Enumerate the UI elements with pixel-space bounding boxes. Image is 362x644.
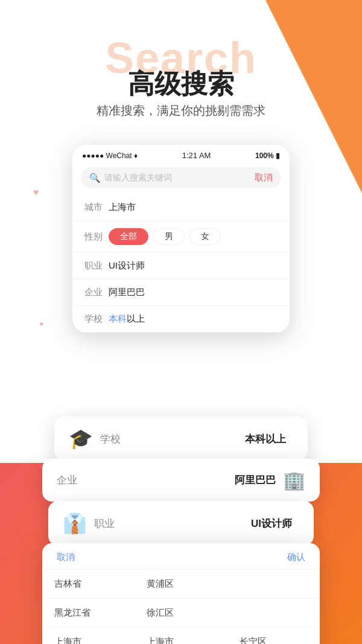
filter-school-label: 学校 bbox=[84, 313, 109, 325]
bottom-panel-cancel[interactable]: 取消 bbox=[57, 552, 75, 563]
list-item[interactable] bbox=[227, 570, 320, 599]
search-cancel-button[interactable]: 取消 bbox=[255, 172, 273, 183]
float-company-label: 企业 bbox=[57, 473, 77, 487]
status-left: ●●●●● WeChat ♦ bbox=[82, 151, 138, 160]
filter-city-label: 城市 bbox=[84, 202, 109, 213]
school-icon: 🎓 bbox=[69, 427, 93, 450]
phone-mockup: ●●●●● WeChat ♦ 1:21 AM 100% ▮ 🔍 请输入搜索关键词… bbox=[72, 145, 290, 333]
float-card-job[interactable]: 👔 职业 UI设计师 bbox=[48, 501, 314, 546]
gender-buttons[interactable]: 全部 男 女 bbox=[109, 228, 221, 245]
status-time: 1:21 AM bbox=[182, 151, 211, 160]
bottom-panel-confirm[interactable]: 确认 bbox=[287, 552, 305, 563]
float-school-label: 学校 bbox=[100, 432, 121, 446]
list-item[interactable] bbox=[227, 599, 320, 628]
filter-company-label: 企业 bbox=[84, 287, 109, 298]
filter-city[interactable]: 城市 上海市 bbox=[72, 194, 290, 221]
float-company-value: 阿里巴巴 bbox=[235, 473, 276, 487]
float-school-value: 本科以上 bbox=[245, 432, 286, 446]
filter-job-value: UI设计师 bbox=[109, 260, 145, 272]
filter-job[interactable]: 职业 UI设计师 bbox=[72, 253, 290, 279]
company-building-icon: 🏢 bbox=[283, 470, 305, 491]
deco-heart-1: ♥ bbox=[33, 187, 39, 198]
job-icon: 👔 bbox=[63, 512, 87, 535]
filter-company-value: 阿里巴巴 bbox=[109, 287, 145, 298]
list-item[interactable]: 长宁区 bbox=[227, 628, 320, 644]
filter-company[interactable]: 企业 阿里巴巴 bbox=[72, 279, 290, 306]
filter-city-value: 上海市 bbox=[109, 202, 136, 213]
list-item[interactable]: 徐汇区 bbox=[135, 599, 227, 628]
filter-gender-label: 性别 bbox=[84, 231, 109, 243]
search-icon: 🔍 bbox=[89, 173, 101, 183]
bottom-panel-header: 取消 确认 bbox=[42, 543, 320, 570]
list-item[interactable]: 吉林省 bbox=[42, 570, 135, 599]
page-title: 高级搜索 bbox=[128, 66, 234, 102]
filter-school[interactable]: 学校 本科以上 bbox=[72, 306, 290, 333]
filter-school-underline: 本科 bbox=[109, 313, 127, 324]
gender-female-button[interactable]: 女 bbox=[189, 228, 221, 245]
list-item[interactable]: 上海市 bbox=[42, 628, 135, 644]
search-bar[interactable]: 🔍 请输入搜索关键词 取消 bbox=[81, 167, 281, 188]
deco-heart-2: ♥ bbox=[39, 320, 43, 328]
gender-all-button[interactable]: 全部 bbox=[109, 228, 148, 245]
gender-male-button[interactable]: 男 bbox=[153, 228, 185, 245]
search-input-placeholder[interactable]: 请输入搜索关键词 bbox=[104, 173, 246, 183]
filter-job-label: 职业 bbox=[84, 260, 109, 272]
status-battery: 100% ▮ bbox=[255, 151, 280, 160]
float-card-school[interactable]: 🎓 学校 本科以上 bbox=[54, 416, 308, 461]
bottom-panel: 取消 确认 吉林省 黄浦区 黑龙江省 徐汇区 上海市 上海市 长宁区 bbox=[42, 543, 320, 644]
filter-gender[interactable]: 性别 全部 男 女 bbox=[72, 221, 290, 253]
float-job-value: UI设计师 bbox=[251, 517, 292, 531]
filter-school-value: 本科以上 bbox=[109, 313, 145, 325]
list-item[interactable]: 上海市 bbox=[135, 628, 227, 644]
list-item[interactable]: 黄浦区 bbox=[135, 570, 227, 599]
bottom-panel-grid: 吉林省 黄浦区 黑龙江省 徐汇区 上海市 上海市 长宁区 bbox=[42, 570, 320, 644]
page-subtitle: 精准搜索，满足你的挑剔需需求 bbox=[97, 103, 265, 119]
float-card-company[interactable]: 企业 阿里巴巴 🏢 bbox=[42, 459, 320, 502]
status-bar: ●●●●● WeChat ♦ 1:21 AM 100% ▮ bbox=[72, 145, 290, 164]
float-job-label: 职业 bbox=[94, 517, 115, 531]
list-item[interactable]: 黑龙江省 bbox=[42, 599, 135, 628]
